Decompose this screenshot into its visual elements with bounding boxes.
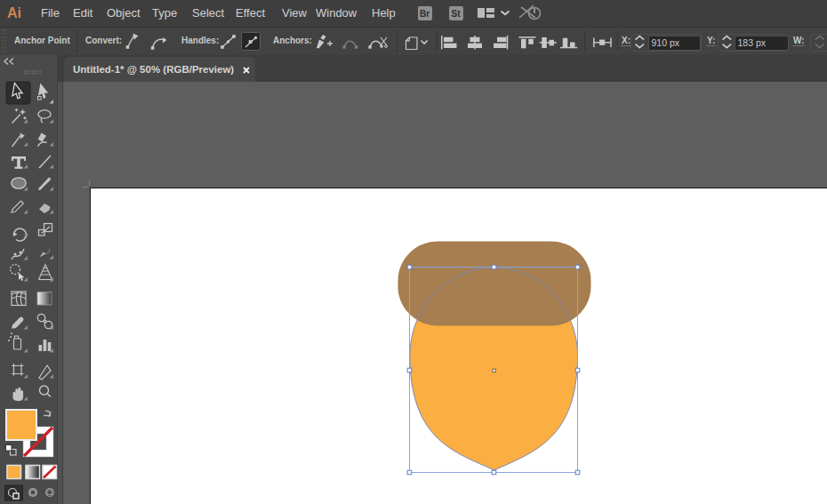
svg-text:Br: Br [420,9,430,19]
svg-text:St: St [452,9,462,19]
